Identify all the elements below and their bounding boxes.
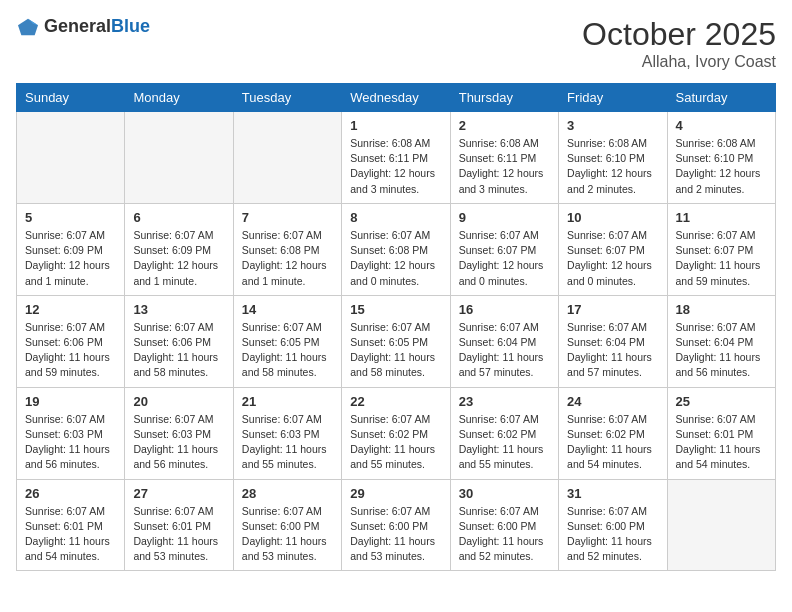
calendar-cell [233,112,341,204]
calendar-cell: 17Sunrise: 6:07 AM Sunset: 6:04 PM Dayli… [559,295,667,387]
week-row-2: 5Sunrise: 6:07 AM Sunset: 6:09 PM Daylig… [17,203,776,295]
day-number: 25 [676,394,767,409]
day-number: 18 [676,302,767,317]
calendar-cell: 24Sunrise: 6:07 AM Sunset: 6:02 PM Dayli… [559,387,667,479]
day-info: Sunrise: 6:07 AM Sunset: 6:07 PM Dayligh… [676,228,767,289]
weekday-header-monday: Monday [125,84,233,112]
day-number: 8 [350,210,441,225]
day-number: 15 [350,302,441,317]
day-number: 7 [242,210,333,225]
day-info: Sunrise: 6:07 AM Sunset: 6:09 PM Dayligh… [133,228,224,289]
calendar-table: SundayMondayTuesdayWednesdayThursdayFrid… [16,83,776,571]
day-number: 3 [567,118,658,133]
day-info: Sunrise: 6:07 AM Sunset: 6:02 PM Dayligh… [350,412,441,473]
day-number: 11 [676,210,767,225]
day-info: Sunrise: 6:07 AM Sunset: 6:04 PM Dayligh… [676,320,767,381]
calendar-cell: 19Sunrise: 6:07 AM Sunset: 6:03 PM Dayli… [17,387,125,479]
day-info: Sunrise: 6:07 AM Sunset: 6:03 PM Dayligh… [133,412,224,473]
calendar-cell: 30Sunrise: 6:07 AM Sunset: 6:00 PM Dayli… [450,479,558,571]
calendar-cell: 4Sunrise: 6:08 AM Sunset: 6:10 PM Daylig… [667,112,775,204]
day-info: Sunrise: 6:07 AM Sunset: 6:03 PM Dayligh… [25,412,116,473]
weekday-header-thursday: Thursday [450,84,558,112]
day-info: Sunrise: 6:07 AM Sunset: 6:03 PM Dayligh… [242,412,333,473]
calendar-cell: 21Sunrise: 6:07 AM Sunset: 6:03 PM Dayli… [233,387,341,479]
day-number: 6 [133,210,224,225]
day-number: 12 [25,302,116,317]
day-number: 22 [350,394,441,409]
day-number: 24 [567,394,658,409]
weekday-header-wednesday: Wednesday [342,84,450,112]
day-number: 19 [25,394,116,409]
day-info: Sunrise: 6:07 AM Sunset: 6:06 PM Dayligh… [133,320,224,381]
day-info: Sunrise: 6:07 AM Sunset: 6:01 PM Dayligh… [25,504,116,565]
day-info: Sunrise: 6:07 AM Sunset: 6:06 PM Dayligh… [25,320,116,381]
calendar-cell: 28Sunrise: 6:07 AM Sunset: 6:00 PM Dayli… [233,479,341,571]
day-info: Sunrise: 6:08 AM Sunset: 6:10 PM Dayligh… [676,136,767,197]
weekday-header-row: SundayMondayTuesdayWednesdayThursdayFrid… [17,84,776,112]
logo: GeneralBlue [16,16,150,37]
day-number: 16 [459,302,550,317]
day-number: 21 [242,394,333,409]
day-info: Sunrise: 6:07 AM Sunset: 6:05 PM Dayligh… [350,320,441,381]
calendar-cell: 26Sunrise: 6:07 AM Sunset: 6:01 PM Dayli… [17,479,125,571]
calendar-cell: 29Sunrise: 6:07 AM Sunset: 6:00 PM Dayli… [342,479,450,571]
weekday-header-sunday: Sunday [17,84,125,112]
weekday-header-saturday: Saturday [667,84,775,112]
day-info: Sunrise: 6:08 AM Sunset: 6:11 PM Dayligh… [350,136,441,197]
day-info: Sunrise: 6:07 AM Sunset: 6:08 PM Dayligh… [242,228,333,289]
calendar-cell: 16Sunrise: 6:07 AM Sunset: 6:04 PM Dayli… [450,295,558,387]
day-number: 30 [459,486,550,501]
calendar-cell: 12Sunrise: 6:07 AM Sunset: 6:06 PM Dayli… [17,295,125,387]
calendar-cell: 1Sunrise: 6:08 AM Sunset: 6:11 PM Daylig… [342,112,450,204]
day-info: Sunrise: 6:07 AM Sunset: 6:07 PM Dayligh… [567,228,658,289]
day-info: Sunrise: 6:07 AM Sunset: 6:01 PM Dayligh… [133,504,224,565]
calendar-cell: 22Sunrise: 6:07 AM Sunset: 6:02 PM Dayli… [342,387,450,479]
day-number: 10 [567,210,658,225]
day-info: Sunrise: 6:07 AM Sunset: 6:00 PM Dayligh… [567,504,658,565]
day-number: 26 [25,486,116,501]
day-info: Sunrise: 6:07 AM Sunset: 6:08 PM Dayligh… [350,228,441,289]
day-info: Sunrise: 6:07 AM Sunset: 6:07 PM Dayligh… [459,228,550,289]
day-number: 31 [567,486,658,501]
day-info: Sunrise: 6:07 AM Sunset: 6:00 PM Dayligh… [242,504,333,565]
calendar-cell: 8Sunrise: 6:07 AM Sunset: 6:08 PM Daylig… [342,203,450,295]
day-info: Sunrise: 6:07 AM Sunset: 6:04 PM Dayligh… [567,320,658,381]
weekday-header-tuesday: Tuesday [233,84,341,112]
day-info: Sunrise: 6:07 AM Sunset: 6:02 PM Dayligh… [567,412,658,473]
day-number: 23 [459,394,550,409]
day-number: 17 [567,302,658,317]
calendar-cell: 5Sunrise: 6:07 AM Sunset: 6:09 PM Daylig… [17,203,125,295]
logo-text-blue: Blue [111,16,150,36]
day-info: Sunrise: 6:07 AM Sunset: 6:00 PM Dayligh… [350,504,441,565]
logo-icon [16,17,40,37]
calendar-cell [667,479,775,571]
calendar-cell: 20Sunrise: 6:07 AM Sunset: 6:03 PM Dayli… [125,387,233,479]
day-info: Sunrise: 6:07 AM Sunset: 6:09 PM Dayligh… [25,228,116,289]
calendar-cell: 14Sunrise: 6:07 AM Sunset: 6:05 PM Dayli… [233,295,341,387]
day-number: 20 [133,394,224,409]
logo-text-general: General [44,16,111,36]
location-title: Allaha, Ivory Coast [582,53,776,71]
calendar-cell: 10Sunrise: 6:07 AM Sunset: 6:07 PM Dayli… [559,203,667,295]
day-info: Sunrise: 6:07 AM Sunset: 6:02 PM Dayligh… [459,412,550,473]
calendar-cell: 13Sunrise: 6:07 AM Sunset: 6:06 PM Dayli… [125,295,233,387]
day-info: Sunrise: 6:08 AM Sunset: 6:10 PM Dayligh… [567,136,658,197]
calendar-cell: 18Sunrise: 6:07 AM Sunset: 6:04 PM Dayli… [667,295,775,387]
svg-marker-0 [18,18,38,35]
weekday-header-friday: Friday [559,84,667,112]
calendar-cell [17,112,125,204]
calendar-cell: 15Sunrise: 6:07 AM Sunset: 6:05 PM Dayli… [342,295,450,387]
week-row-4: 19Sunrise: 6:07 AM Sunset: 6:03 PM Dayli… [17,387,776,479]
calendar-cell: 9Sunrise: 6:07 AM Sunset: 6:07 PM Daylig… [450,203,558,295]
week-row-5: 26Sunrise: 6:07 AM Sunset: 6:01 PM Dayli… [17,479,776,571]
page-header: GeneralBlue October 2025 Allaha, Ivory C… [16,16,776,71]
day-number: 4 [676,118,767,133]
day-number: 28 [242,486,333,501]
day-number: 5 [25,210,116,225]
day-number: 29 [350,486,441,501]
day-number: 14 [242,302,333,317]
day-info: Sunrise: 6:07 AM Sunset: 6:05 PM Dayligh… [242,320,333,381]
calendar-cell: 7Sunrise: 6:07 AM Sunset: 6:08 PM Daylig… [233,203,341,295]
week-row-3: 12Sunrise: 6:07 AM Sunset: 6:06 PM Dayli… [17,295,776,387]
day-info: Sunrise: 6:07 AM Sunset: 6:00 PM Dayligh… [459,504,550,565]
